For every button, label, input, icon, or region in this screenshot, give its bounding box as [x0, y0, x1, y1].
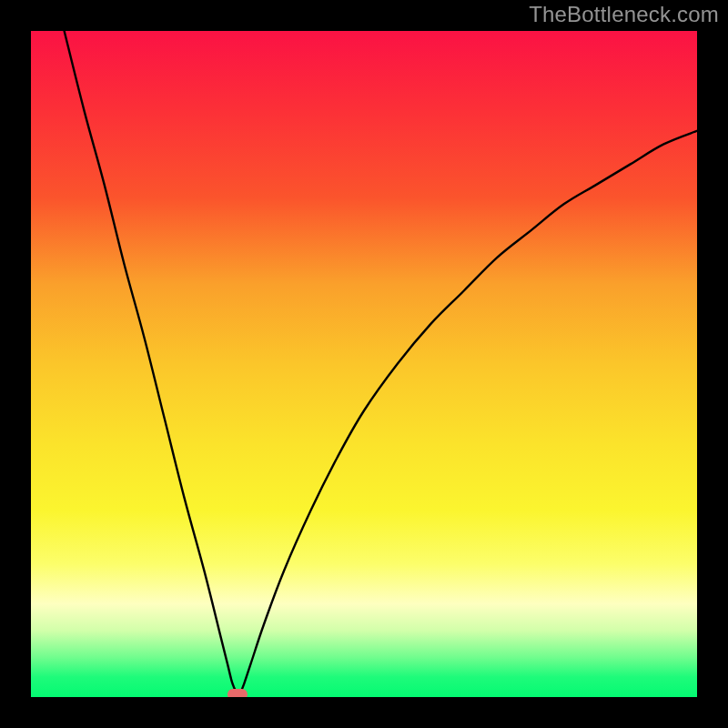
- gradient-background: [31, 31, 697, 697]
- bottleneck-chart: [31, 31, 697, 697]
- plot-area: [31, 31, 697, 697]
- optimum-marker: [228, 689, 248, 697]
- watermark-text: TheBottleneck.com: [529, 2, 719, 27]
- svg-rect-0: [228, 689, 248, 697]
- chart-frame: TheBottleneck.com: [0, 0, 728, 728]
